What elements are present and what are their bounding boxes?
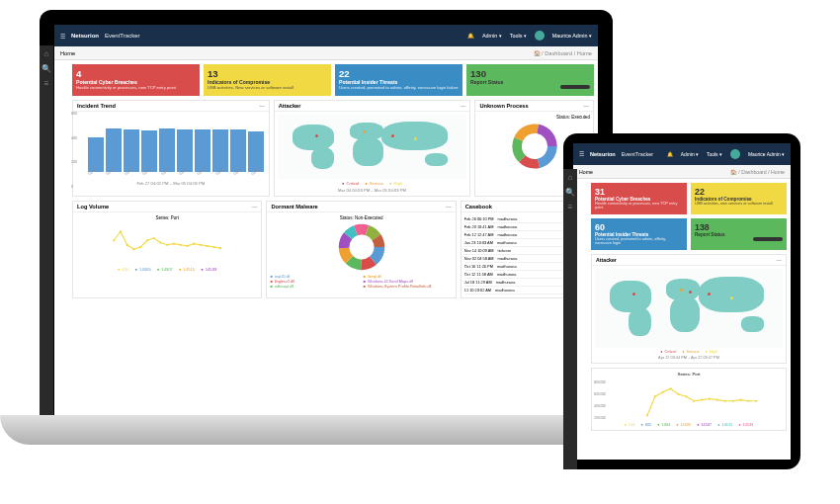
log-volume-chart bbox=[619, 377, 783, 421]
svg-point-34 bbox=[662, 391, 664, 393]
panel-header: Incident Trend bbox=[73, 101, 269, 112]
svg-point-13 bbox=[159, 241, 161, 243]
panel-header: Log Volume bbox=[73, 202, 261, 212]
svg-point-8 bbox=[126, 244, 128, 246]
laptop-screen: ☰ Netsurion EventTracker 🔔 Admin ▾ Tools… bbox=[54, 25, 598, 435]
app-header: ☰ Netsurion EventTracker 🔔 Admin ▾ Tools… bbox=[573, 143, 791, 165]
svg-point-9 bbox=[132, 248, 134, 250]
svg-point-21 bbox=[212, 246, 214, 248]
card-subtitle: USB activities, New services or software… bbox=[208, 85, 327, 90]
svg-point-33 bbox=[654, 395, 656, 397]
svg-point-46 bbox=[755, 400, 757, 402]
avatar[interactable] bbox=[535, 31, 545, 41]
subheader: Home 🏠 / Dashboard / Home bbox=[573, 165, 791, 179]
tools-menu[interactable]: Tools ▾ bbox=[707, 151, 722, 157]
donut-legend: usp10.dll libglesv2.dll udhisapi.dll lib… bbox=[270, 274, 452, 289]
card-value: 130 bbox=[470, 68, 590, 79]
panel-header: Attacker bbox=[592, 255, 786, 266]
svg-point-12 bbox=[153, 237, 155, 239]
sidebar: ⌂ 🔍 ≡ bbox=[573, 169, 577, 460]
panel-header: Attacker bbox=[275, 101, 470, 112]
svg-point-11 bbox=[146, 239, 148, 241]
card-insider[interactable]: 60 Potential Insider Threats Users creat… bbox=[591, 218, 687, 250]
breadcrumb[interactable]: 🏠 / Dashboard / Home bbox=[534, 50, 592, 56]
panel-incident-trend: Incident Trend 6004002000 02/2702/2803/0… bbox=[72, 100, 270, 197]
card-ioc[interactable]: 22 Indicators of Compromise USB activiti… bbox=[691, 183, 787, 214]
panel-log-volume: Log Volume Series: Port 514 14505 14507 … bbox=[72, 201, 262, 298]
svg-point-22 bbox=[219, 247, 221, 249]
card-value: 13 bbox=[208, 68, 327, 79]
line-legend: 514 805 1304 14505 14507 14515 14533 bbox=[595, 423, 783, 427]
map-legend: Critical Serious High bbox=[278, 181, 467, 186]
card-subtitle: Users created, promoted to admin, affini… bbox=[339, 85, 459, 90]
card-value: 22 bbox=[339, 68, 459, 79]
hamburger-icon[interactable]: ☰ bbox=[579, 151, 584, 157]
tablet-device: ☰ Netsurion EventTracker 🔔 Admin ▾ Tools… bbox=[563, 133, 800, 469]
status-label: Status: Executed bbox=[478, 115, 590, 120]
svg-point-38 bbox=[693, 400, 695, 402]
svg-point-15 bbox=[173, 243, 175, 245]
card-value: 4 bbox=[76, 68, 196, 79]
page-title: Home bbox=[60, 50, 75, 56]
card-subtitle: Hostile connectivity or processes, new T… bbox=[595, 202, 683, 210]
card-ioc[interactable]: 13 Indicators of Compromise USB activiti… bbox=[204, 64, 331, 96]
card-breaches[interactable]: 31 Potential Cyber Breaches Hostile conn… bbox=[591, 183, 687, 214]
brand-name: Netsurion bbox=[590, 151, 616, 157]
breadcrumb[interactable]: 🏠 / Dashboard / Home bbox=[730, 169, 785, 175]
card-report[interactable]: 130 Report Status bbox=[466, 64, 594, 96]
card-insider[interactable]: 22 Potential Insider Threats Users creat… bbox=[335, 64, 462, 96]
svg-point-45 bbox=[747, 400, 749, 402]
content: 31 Potential Cyber Breaches Hostile conn… bbox=[587, 179, 791, 460]
svg-point-16 bbox=[180, 244, 182, 246]
svg-point-7 bbox=[120, 230, 122, 232]
panel-dormant-malware: Dormant Malware Status: Non-Executed usp… bbox=[266, 201, 456, 298]
tools-menu[interactable]: Tools ▾ bbox=[510, 33, 527, 39]
kpi-cards: 31 Potential Cyber Breaches Hostile conn… bbox=[591, 183, 787, 250]
notification-icon[interactable]: 🔔 bbox=[667, 151, 673, 157]
search-icon[interactable]: 🔍 bbox=[573, 188, 575, 197]
panel-header: Dormant Malware bbox=[267, 202, 455, 212]
time-range: Apr 22 03:44 PM – Apr 22 03:47 PM bbox=[595, 356, 783, 360]
tablet-screen: ☰ Netsurion EventTracker 🔔 Admin ▾ Tools… bbox=[573, 143, 791, 460]
card-subtitle: USB activities, new services or software… bbox=[695, 202, 783, 206]
user-menu[interactable]: Maurice Admin ▾ bbox=[552, 33, 592, 39]
avatar[interactable] bbox=[730, 149, 740, 159]
card-report[interactable]: 138 Report Status bbox=[691, 218, 787, 250]
status-label: Status: Non-Executed bbox=[270, 215, 452, 220]
world-map[interactable] bbox=[278, 115, 467, 179]
svg-point-40 bbox=[709, 397, 711, 399]
unknown-process-donut bbox=[510, 122, 559, 171]
svg-point-43 bbox=[732, 400, 734, 402]
hamburger-icon[interactable]: ☰ bbox=[60, 33, 65, 40]
time-range: Mar 04 04:03 PM – Mar 05 04:03 PM bbox=[278, 188, 467, 193]
admin-menu[interactable]: Admin ▾ bbox=[681, 151, 699, 157]
panel-log-volume: Series: Port 800,000600,000400,000200,00… bbox=[591, 368, 787, 431]
panel-attacker: Attacker Critical Serious High Mar 04 04… bbox=[274, 100, 471, 197]
card-value: 60 bbox=[595, 222, 683, 232]
svg-point-19 bbox=[200, 244, 202, 246]
svg-point-32 bbox=[646, 414, 648, 416]
card-subtitle: Users created, promoted to admin, affini… bbox=[595, 237, 683, 245]
card-breaches[interactable]: 4 Potential Cyber Breaches Hostile conne… bbox=[72, 64, 200, 96]
svg-point-10 bbox=[139, 246, 141, 248]
card-subtitle: Hostile connectivity or processes, new T… bbox=[76, 85, 196, 90]
kpi-cards: 4 Potential Cyber Breaches Hostile conne… bbox=[72, 64, 594, 96]
brand-product: EventTracker bbox=[622, 151, 654, 157]
world-map[interactable] bbox=[595, 269, 783, 348]
svg-point-14 bbox=[166, 244, 168, 246]
svg-point-44 bbox=[739, 399, 741, 401]
panels-row-2: Log Volume Series: Port 514 14505 14507 … bbox=[72, 201, 594, 298]
map-legend: Critical Serious High bbox=[595, 350, 783, 354]
svg-point-37 bbox=[685, 395, 687, 397]
user-menu[interactable]: Maurice Admin ▾ bbox=[748, 151, 785, 157]
panel-attacker: Attacker Critical Serious High Apr 22 03… bbox=[591, 254, 787, 364]
panel-header: Unknown Process bbox=[475, 101, 593, 112]
svg-point-17 bbox=[186, 245, 188, 247]
card-value: 138 bbox=[695, 222, 783, 232]
notification-icon[interactable]: 🔔 bbox=[467, 33, 474, 39]
line-legend: 514 14505 14507 14515 14533 bbox=[76, 267, 258, 272]
svg-point-42 bbox=[724, 400, 726, 402]
app-header: ☰ Netsurion EventTracker 🔔 Admin ▾ Tools… bbox=[54, 25, 598, 46]
admin-menu[interactable]: Admin ▾ bbox=[482, 33, 502, 39]
time-range: Feb 27 04:02 PM – Mar 05 04:06 PM bbox=[76, 181, 266, 186]
